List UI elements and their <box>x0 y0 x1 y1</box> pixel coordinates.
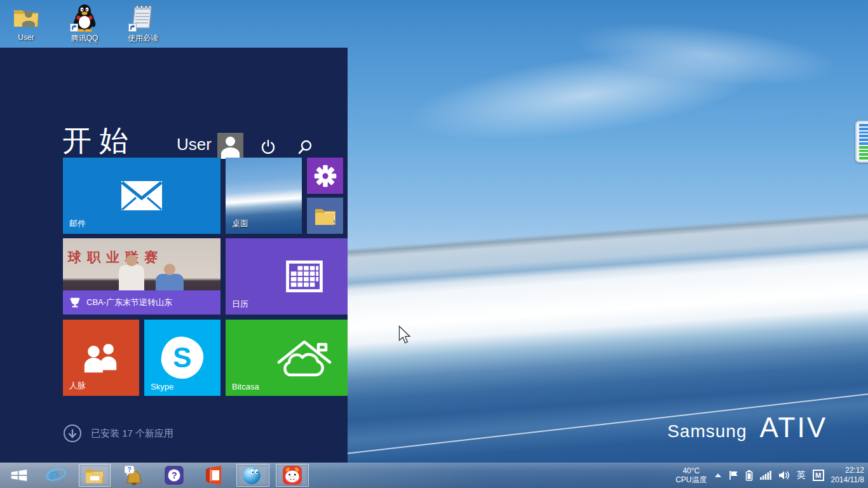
shortcut-arrow-icon <box>128 24 137 32</box>
power-icon <box>260 139 276 156</box>
ativ-logo-text: ATIV <box>759 412 827 444</box>
taskbar-help-book[interactable]: ? <box>160 464 188 487</box>
svg-text:?: ? <box>172 470 177 480</box>
desktop-icon-label: 使用必读 <box>128 33 158 44</box>
system-tray: 40°C CPU温度 <box>675 463 864 488</box>
shortcut-arrow-icon <box>70 24 78 32</box>
search-button[interactable] <box>294 136 316 159</box>
tray-expand-button[interactable] <box>714 472 722 478</box>
power-button[interactable] <box>257 136 280 159</box>
notepad-icon <box>128 3 158 32</box>
battery-icon <box>745 470 753 481</box>
gear-icon <box>307 158 343 194</box>
clock-date: 2014/11/8 <box>831 475 865 485</box>
gauge-segment <box>859 153 868 156</box>
tile-label: 日历 <box>232 299 248 310</box>
usage-gauge-widget[interactable] <box>855 121 868 163</box>
tile-people[interactable]: 人脉 <box>63 320 139 396</box>
signal-bars-icon <box>760 470 771 480</box>
search-icon <box>297 139 313 156</box>
tile-label: Skype <box>151 382 173 391</box>
gauge-segment <box>859 157 868 159</box>
battery-indicator[interactable] <box>745 470 753 481</box>
tile-bitcasa[interactable]: Bitcasa <box>226 320 348 396</box>
tile-calendar[interactable]: 日历 <box>226 238 348 315</box>
gauge-segment <box>859 142 868 145</box>
tile-desktop[interactable]: 桌面 <box>226 158 302 234</box>
wallpaper-brand-text: Samsung ATIV <box>667 412 827 444</box>
folder-icon <box>307 198 343 234</box>
network-indicator[interactable] <box>760 470 771 480</box>
skype-logo-icon: S <box>159 335 206 381</box>
news-photo-banner-text: 球职业联赛 <box>68 248 163 266</box>
qq-penguin-icon <box>70 3 99 32</box>
volume-indicator[interactable] <box>778 470 790 480</box>
tile-label: 桌面 <box>232 218 248 229</box>
svg-text:?: ? <box>128 466 132 473</box>
svg-text:e: e <box>49 465 59 485</box>
down-arrow-circle-icon <box>63 424 82 443</box>
taskbar-blue-drop-app[interactable] <box>236 464 269 487</box>
gauge-segment <box>859 132 868 134</box>
tile-skype[interactable]: S Skype <box>144 320 220 396</box>
cpu-temp-label: CPU温度 <box>675 475 707 484</box>
gauge-segment <box>859 135 868 137</box>
action-center-button[interactable] <box>729 470 738 480</box>
flag-icon <box>729 470 738 480</box>
new-apps-link[interactable]: 已安装 17 个新应用 <box>63 424 173 443</box>
taskbar-clock[interactable]: 22:12 2014/11/8 <box>831 466 865 485</box>
start-screen-panel: 开始 User <box>0 48 348 463</box>
gauge-segment <box>859 139 868 141</box>
news-photo-player <box>119 265 144 294</box>
taskbar-tuniu-app[interactable] <box>276 464 309 487</box>
desktop-icons: User <box>4 3 165 44</box>
user-folder-icon <box>11 3 41 32</box>
bell-question-icon: ? <box>123 465 144 485</box>
screen: Samsung ATIV User <box>0 0 868 488</box>
windows-logo-icon <box>9 466 29 484</box>
new-apps-text: 已安装 17 个新应用 <box>91 428 173 440</box>
taskbar-help-bell[interactable]: ? <box>119 464 147 487</box>
desktop-icon-user-folder[interactable]: User <box>4 3 48 44</box>
tile-pc-settings[interactable] <box>307 158 343 194</box>
taskbar-internet-explorer[interactable]: e <box>42 464 70 487</box>
ime-mode-indicator[interactable]: M <box>813 470 824 481</box>
avatar-head <box>226 137 235 146</box>
tile-label: 人脉 <box>69 380 86 391</box>
tuniu-ox-icon <box>282 465 302 485</box>
desktop-icon-qq[interactable]: 腾讯QQ <box>62 3 107 44</box>
taskbar-office[interactable] <box>200 464 227 487</box>
desktop-icon-readme[interactable]: 使用必读 <box>121 3 165 44</box>
ime-language-indicator[interactable]: 英 <box>797 470 806 481</box>
news-headline-bar: CBA-广东末节逆转山东 <box>63 290 220 315</box>
mail-envelope-icon <box>63 158 220 234</box>
clock-time: 22:12 <box>831 466 865 475</box>
cpu-temp-value: 40°C <box>675 466 707 475</box>
speaker-icon <box>778 470 790 480</box>
tile-sports-news[interactable]: 球职业联赛 CBA-广东末节逆转山东 <box>63 238 220 315</box>
cpu-temp-indicator[interactable]: 40°C CPU温度 <box>675 466 707 484</box>
file-explorer-icon <box>85 467 104 484</box>
tile-file-explorer[interactable] <box>307 198 343 234</box>
taskbar-file-explorer[interactable] <box>79 464 111 487</box>
start-button[interactable] <box>5 464 33 487</box>
gauge-segment <box>859 150 868 152</box>
gauge-segment <box>859 124 868 126</box>
user-avatar[interactable] <box>217 133 243 159</box>
internet-explorer-icon: e <box>45 465 67 485</box>
tile-mail[interactable]: 邮件 <box>63 158 220 234</box>
tile-label: 邮件 <box>69 218 86 229</box>
desktop-icon-label: User <box>18 33 34 42</box>
gauge-segment <box>859 146 868 149</box>
gauge-segment <box>859 128 868 130</box>
office-icon <box>205 466 222 485</box>
chevron-up-icon <box>714 472 722 478</box>
tile-label: Bitcasa <box>232 382 259 391</box>
trophy-icon <box>69 297 81 308</box>
tile-label: CBA-广东末节逆转山东 <box>86 297 172 308</box>
signed-in-user-name[interactable]: User <box>137 135 212 154</box>
desktop-icon-label: 腾讯QQ <box>71 33 98 44</box>
blue-drop-app-icon <box>243 465 263 485</box>
help-book-icon: ? <box>165 466 184 485</box>
start-title: 开始 <box>62 121 136 161</box>
